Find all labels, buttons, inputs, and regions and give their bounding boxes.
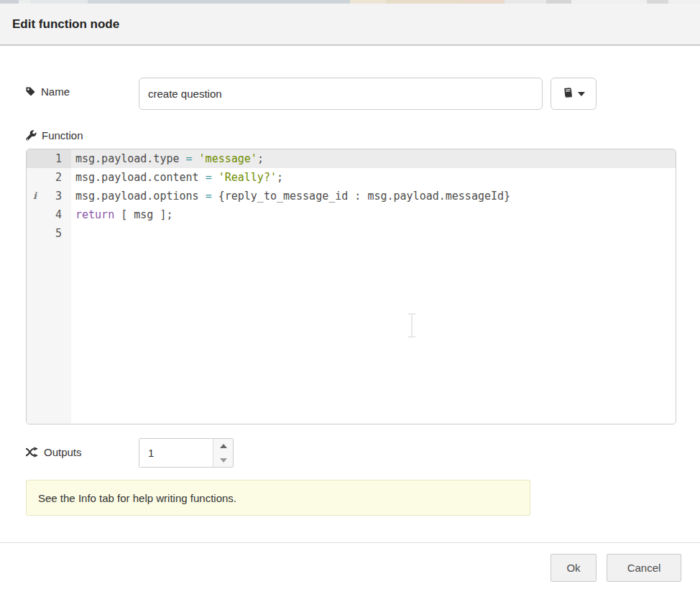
- edit-function-dialog: Edit function node Name Function 12i: [0, 0, 700, 594]
- spinner-buttons: [213, 439, 233, 467]
- code-line: msg.payload.content = 'Really?';: [71, 168, 676, 187]
- ok-button[interactable]: Ok: [551, 554, 597, 582]
- dialog-header: Edit function node: [0, 4, 700, 45]
- editor-gutter: 12i345: [27, 149, 71, 424]
- spinner-up-button[interactable]: [213, 439, 234, 453]
- gutter-line-number: 1: [27, 149, 71, 168]
- arrow-down-icon: [220, 458, 227, 463]
- code-line: msg.payload.type = 'message';: [71, 149, 676, 168]
- library-dropdown-button[interactable]: [551, 78, 597, 110]
- footer-separator: [0, 542, 700, 543]
- outputs-label-group: Outputs: [25, 446, 82, 458]
- gutter-line-number: i3: [27, 187, 71, 205]
- gutter-line-number: 2: [27, 168, 71, 187]
- outputs-input[interactable]: [139, 439, 213, 467]
- name-label-group: Name: [25, 85, 70, 98]
- info-annotation-icon: i: [33, 187, 37, 205]
- cancel-button[interactable]: Cancel: [607, 554, 681, 582]
- code-editor[interactable]: 12i345 msg.payload.type = 'message';msg.…: [26, 149, 676, 424]
- gutter-line-number: 4: [27, 205, 71, 224]
- arrow-up-icon: [220, 444, 227, 448]
- code-line: msg.payload.options = {reply_to_message_…: [71, 187, 676, 205]
- tag-icon: [25, 86, 36, 97]
- form-tip-text: See the Info tab for help writing functi…: [38, 492, 236, 504]
- form-tip: See the Info tab for help writing functi…: [26, 480, 530, 516]
- outputs-label: Outputs: [44, 446, 82, 458]
- shuffle-icon: [25, 447, 39, 458]
- code-line: [71, 224, 676, 243]
- spinner-down-button[interactable]: [213, 453, 234, 467]
- function-label-group: Function: [25, 129, 83, 141]
- function-label: Function: [42, 129, 83, 141]
- caret-down-icon: [578, 92, 585, 96]
- editor-code[interactable]: msg.payload.type = 'message';msg.payload…: [71, 149, 676, 424]
- code-line: return [ msg ];: [71, 205, 676, 224]
- book-icon: [562, 86, 574, 101]
- gutter-line-number: 5: [27, 224, 71, 243]
- wrench-icon: [25, 130, 37, 141]
- dialog-title: Edit function node: [12, 4, 119, 45]
- name-label: Name: [41, 85, 70, 98]
- outputs-spinner: [139, 438, 234, 468]
- name-input[interactable]: [139, 78, 543, 110]
